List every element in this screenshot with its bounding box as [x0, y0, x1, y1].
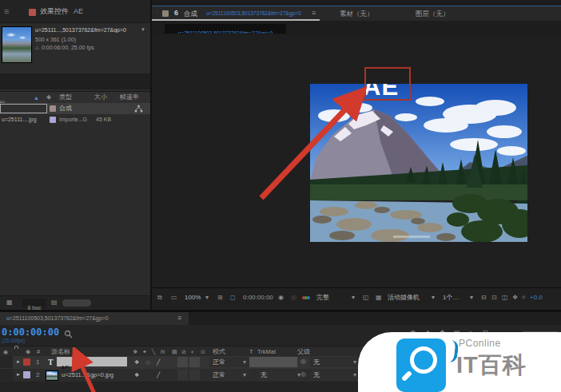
show-snapshot-icon[interactable]: ◎ — [291, 295, 296, 301]
comp-file-tab[interactable]: u=2511100503,501373762&fm=27&gp=0 — [165, 24, 286, 34]
layer-row-1[interactable]: ► 1 T AE ❖ ◎ ╱ 正常▾ ◎ 无▾ — [0, 356, 358, 370]
project-item-name-box[interactable]: u=25111...=0 — [0, 104, 47, 113]
tab-effect-controls[interactable]: 效果控件 — [40, 8, 69, 15]
timeline-fps-note: (25.00fps) — [2, 339, 25, 344]
layer-row-2[interactable]: ► 2 u=2511...&gp=0.jpg ❖ ╱ 正常▾ 无▾ ◎ 无▾ — [0, 369, 358, 382]
resolution-chevron-icon[interactable]: ▾ — [352, 295, 355, 301]
viewer-toolbar: ⧉ ▭ 100% ▾ ⊞ ◻ 0:00:00:00 ◉ ◎ 完整 ▾ ◱ ▦ 活… — [152, 287, 561, 308]
share-view-icon[interactable]: ⊟ — [481, 295, 487, 301]
timeline-menu-icon[interactable]: ≡ — [177, 315, 181, 322]
layer-color-swatch[interactable] — [23, 371, 30, 378]
footage-thumbnail[interactable] — [2, 26, 32, 63]
zoom-chevron-icon[interactable]: ▾ — [205, 295, 209, 301]
eye-column-icon: ◉ — [3, 349, 8, 354]
tab-layer[interactable]: 图层（无） — [416, 10, 450, 18]
timeline-jump-icon[interactable]: ❖ — [512, 295, 518, 301]
region-of-interest-icon[interactable]: ◱ — [363, 295, 369, 301]
composition-viewer: · 6 合成 u=2511100503,501373762&fm=27&gp=0… — [152, 0, 561, 310]
tab-drag-dot-icon: · — [157, 10, 159, 16]
expand-arrow-icon[interactable]: ► — [16, 359, 21, 364]
always-preview-icon[interactable]: ⧉ — [157, 295, 162, 301]
expand-arrow-icon[interactable]: ► — [16, 372, 21, 377]
mode-dropdown[interactable]: 正常▾ — [209, 370, 249, 380]
tab-footage[interactable]: 素材（无） — [340, 10, 374, 18]
tab-effect-controls-layer[interactable]: AE — [74, 8, 83, 15]
column-trkmat[interactable]: TrkMat — [257, 349, 276, 355]
layer-color-swatch[interactable] — [23, 358, 30, 366]
quality-switch-icon: ╲ — [152, 349, 155, 354]
parent-pickwhip-icon[interactable]: ◎ — [300, 358, 306, 365]
quality-switch[interactable]: ❖ — [134, 359, 139, 365]
camera-chevron-icon[interactable]: ▾ — [432, 295, 435, 301]
annotation-arrow — [240, 80, 376, 208]
column-fps[interactable]: 帧速率 — [120, 94, 139, 101]
views-chevron-icon[interactable]: ▾ — [470, 295, 473, 301]
footage-name-dropdown-icon[interactable]: ▼ — [141, 27, 145, 32]
quality-slash-icon[interactable]: ╱ — [157, 372, 160, 378]
project-row-footage[interactable]: u=25111....jpg Importe...G 45 KB — [0, 114, 150, 125]
label-column-icon[interactable]: ◈ — [46, 94, 51, 101]
switch-block — [177, 370, 188, 380]
zoom-level[interactable]: 100% — [185, 295, 201, 301]
snapshot-camera-icon[interactable]: ◉ — [278, 295, 284, 301]
column-size[interactable]: 大小 — [94, 94, 107, 101]
solo-switch[interactable]: ◎ — [145, 359, 150, 365]
viewer-canvas[interactable]: AE — [152, 35, 561, 287]
quality-slash-icon[interactable]: ╱ — [157, 359, 160, 365]
after-effects-window: ≡ 效果控件 AE u=25111...,501373762&fm=27&gp=… — [0, 0, 561, 392]
quality-switch[interactable]: ❖ — [134, 372, 139, 378]
project-flowchart-icon[interactable]: ▦ — [6, 299, 13, 306]
trash-icon[interactable]: ▤ — [51, 299, 58, 306]
footage-duration: 0:00:06:00, 25.00 fps — [42, 45, 94, 50]
panel-menu-icon[interactable]: ≡ — [4, 7, 9, 16]
mode-dropdown[interactable]: 正常▾ — [209, 357, 249, 367]
trkmat-dropdown[interactable]: 无▾ — [257, 370, 304, 380]
mask-visibility-icon[interactable]: ◻ — [230, 295, 236, 301]
av-cell[interactable] — [0, 356, 13, 368]
trkmat-empty-cell[interactable] — [249, 357, 297, 367]
pixel-aspect-icon[interactable]: ⊡ — [491, 295, 497, 301]
view-layout-select[interactable]: 1个… — [443, 295, 459, 301]
resolution-select[interactable]: 完整 — [316, 295, 329, 301]
project-item-type: Importe...G — [59, 117, 87, 122]
channels-icon[interactable] — [302, 295, 312, 300]
exposure-value[interactable]: +0.0 — [530, 295, 543, 301]
av-cell[interactable] — [0, 369, 13, 381]
project-item-name: u=25111....jpg — [2, 117, 37, 122]
grid-guides-icon[interactable]: ⊞ — [217, 295, 223, 301]
tab-composition-name[interactable]: u=2511100503,501373762&fm=27&gp=0 — [206, 11, 308, 17]
frame-blend-switch-icon: ▤ — [172, 349, 177, 354]
viewer-filetab-row: u=2511100503,501373762&fm=27&gp=0 — [152, 21, 561, 35]
column-mode[interactable]: 模式 — [213, 349, 225, 355]
parent-dropdown[interactable]: 无▾ — [310, 370, 360, 380]
bpc-button[interactable]: 8 bpc — [22, 299, 46, 307]
project-tabbar: ≡ 效果控件 AE — [0, 0, 150, 23]
monitor-icon[interactable]: ▭ — [171, 295, 177, 301]
label-swatch[interactable] — [50, 117, 56, 123]
camera-view-select[interactable]: 活动摄像机 — [388, 295, 420, 301]
search-icon[interactable] — [64, 330, 73, 339]
column-parent[interactable]: 父级 — [297, 349, 310, 355]
switch-block — [189, 370, 200, 380]
project-footer-pill — [62, 299, 91, 307]
viewer-panel-menu-icon[interactable]: ≡ — [312, 10, 316, 17]
tab-composition[interactable]: 合成 — [184, 10, 197, 18]
column-type[interactable]: 类型 — [59, 94, 72, 101]
footage-name: u=25111...,501373762&fm=27&gp=0 — [35, 27, 137, 33]
parent-dropdown[interactable]: 无▾ — [310, 357, 360, 367]
transparency-grid-icon[interactable]: ▦ — [376, 295, 382, 301]
fast-preview-icon[interactable]: ◫ — [502, 295, 508, 301]
watermark-logo — [396, 339, 446, 392]
exposure-aperture-icon[interactable]: ✧ — [521, 295, 527, 301]
label-swatch[interactable] — [50, 105, 56, 112]
project-row-comp[interactable]: u=25111...=0 合成 — [0, 103, 150, 114]
switch-block — [177, 357, 188, 367]
timeline-tab[interactable]: u=2511100503,501373762&fm=27&gp=0 ≡ — [0, 312, 189, 325]
timeline-current-time[interactable]: 0:00:00:00 — [2, 327, 59, 338]
project-search-strip[interactable] — [0, 73, 150, 89]
layer-number: 1 — [36, 359, 39, 366]
duration-delta-icon: △ — [35, 45, 39, 49]
parent-pickwhip-icon[interactable]: ◎ — [300, 371, 306, 378]
sort-ascending-icon[interactable]: ▲ — [34, 95, 39, 101]
preview-timecode[interactable]: 0:00:00:00 — [243, 295, 273, 301]
